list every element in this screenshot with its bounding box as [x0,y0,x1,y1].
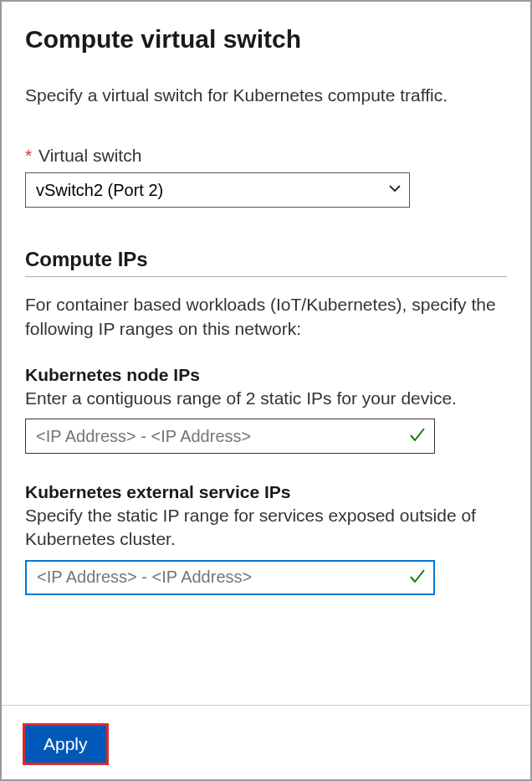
service-ips-desc: Specify the static IP range for services… [25,504,507,552]
apply-button[interactable]: Apply [25,726,106,763]
virtual-switch-select[interactable] [25,172,410,208]
node-ips-input-wrapper [25,419,435,454]
node-ips-label: Kubernetes node IPs [25,365,507,385]
virtual-switch-select-wrapper[interactable] [25,172,410,208]
virtual-switch-label: * Virtual switch [25,146,507,166]
compute-ips-text: For container based workloads (IoT/Kuber… [25,292,507,342]
virtual-switch-label-text: Virtual switch [38,146,141,165]
node-ips-desc: Enter a contiguous range of 2 static IPs… [25,387,507,410]
node-ips-input[interactable] [25,419,435,454]
page-title: Compute virtual switch [25,25,507,54]
compute-ips-heading: Compute IPs [25,248,507,277]
page-description: Specify a virtual switch for Kubernetes … [25,85,507,105]
footer: Apply [2,705,530,763]
service-ips-input[interactable] [25,560,435,595]
required-asterisk: * [25,146,32,165]
service-ips-label: Kubernetes external service IPs [25,482,507,502]
service-ips-input-wrapper [25,560,435,595]
